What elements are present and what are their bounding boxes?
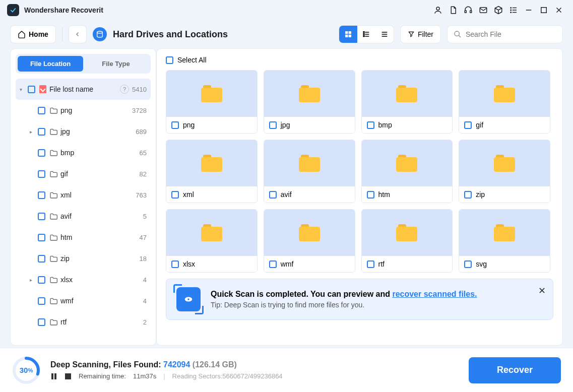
headset-icon[interactable] (461, 3, 475, 17)
folder-card-avif[interactable]: avif (264, 140, 355, 203)
folder-card-xml[interactable]: xml (166, 140, 258, 203)
svg-rect-15 (345, 31, 348, 34)
tab-file-location[interactable]: File Location (18, 56, 83, 72)
filter-button[interactable]: Filter (400, 25, 441, 43)
checkbox[interactable] (38, 170, 45, 178)
tree-item-avif[interactable]: avif5 (16, 206, 151, 227)
home-button[interactable]: Home (10, 25, 56, 43)
minimize-icon[interactable] (522, 3, 536, 17)
expand-icon[interactable]: ▸ (30, 277, 36, 283)
checkbox[interactable] (269, 121, 277, 129)
checkbox[interactable] (269, 260, 277, 268)
checkbox[interactable] (171, 260, 179, 268)
folder-card-jpg[interactable]: jpg (264, 70, 355, 134)
recover-files-link[interactable]: recover scanned files. (392, 290, 477, 298)
file-lost-icon (39, 85, 46, 93)
folder-icon (299, 85, 320, 102)
document-icon[interactable] (446, 3, 460, 17)
checkbox[interactable] (38, 213, 45, 220)
compact-view-button[interactable] (375, 26, 394, 43)
tree-item-jpg[interactable]: ▸jpg689 (16, 121, 151, 142)
folder-card-svg[interactable]: svg (459, 209, 550, 273)
checkbox[interactable] (464, 191, 472, 199)
select-all-row[interactable]: Select All (166, 56, 553, 64)
checkbox[interactable] (38, 297, 45, 305)
account-icon[interactable] (431, 3, 445, 17)
notification-title: Quick Scan is completed. You can preview… (211, 290, 477, 299)
checkbox[interactable] (166, 56, 173, 64)
home-label: Home (29, 30, 48, 38)
folder-icon (49, 276, 57, 283)
folder-icon (494, 85, 515, 102)
list-view-button[interactable] (357, 26, 375, 43)
folder-thumb (264, 210, 355, 256)
notification-tip: Tip: Deep Scan is trying to find more fi… (211, 301, 477, 309)
checkbox[interactable] (464, 260, 472, 268)
folder-card-gif[interactable]: gif (459, 70, 550, 134)
tree-item-xml[interactable]: xml763 (16, 184, 151, 206)
file-tree: ▾ File lost name ? 5410 png3728▸jpg689bm… (16, 79, 151, 340)
checkbox[interactable] (38, 276, 45, 284)
checkbox[interactable] (38, 191, 45, 199)
help-icon[interactable]: ? (120, 85, 129, 94)
expand-icon[interactable]: ▸ (30, 129, 36, 135)
mail-icon[interactable] (476, 3, 490, 17)
cube-icon[interactable] (491, 3, 505, 17)
folder-icon (49, 170, 57, 177)
tree-item-wmf[interactable]: wmf4 (16, 290, 151, 311)
folder-card-png[interactable]: png (166, 70, 258, 134)
checkbox[interactable] (38, 128, 45, 136)
checkbox[interactable] (367, 260, 374, 268)
checkbox[interactable] (38, 255, 45, 263)
tree-item-png[interactable]: png3728 (16, 100, 151, 121)
collapse-icon[interactable]: ▾ (20, 87, 26, 92)
tab-file-type[interactable]: File Type (83, 56, 149, 72)
tree-item-zip[interactable]: zip18 (16, 248, 151, 269)
checkbox[interactable] (28, 86, 35, 93)
search-box[interactable] (447, 25, 563, 43)
stop-button[interactable] (65, 373, 72, 380)
notification-close-icon[interactable]: ✕ (538, 285, 546, 296)
svg-rect-16 (349, 31, 351, 34)
checkbox[interactable] (367, 121, 374, 129)
maximize-icon[interactable] (537, 3, 551, 17)
checkbox[interactable] (367, 191, 374, 199)
close-icon[interactable] (552, 3, 566, 17)
tree-item-gif[interactable]: gif82 (16, 163, 151, 184)
tree-item-htm[interactable]: htm47 (16, 227, 151, 248)
tree-item-xlsx[interactable]: ▸xlsx4 (16, 269, 151, 290)
tree-item-label: htm (60, 233, 140, 241)
list-icon[interactable] (506, 3, 521, 17)
tree-item-rtf[interactable]: rtf2 (16, 311, 151, 333)
folder-icon (201, 85, 222, 102)
grid-view-button[interactable] (339, 26, 357, 43)
folder-card-label: xlsx (183, 260, 195, 268)
folder-card-htm[interactable]: htm (361, 140, 453, 203)
checkbox[interactable] (38, 234, 45, 241)
checkbox[interactable] (38, 149, 45, 157)
folder-card-rtf[interactable]: rtf (361, 209, 453, 273)
folder-card-label: rtf (378, 260, 385, 268)
svg-point-28 (455, 31, 459, 36)
tree-item-bmp[interactable]: bmp65 (16, 142, 151, 163)
checkbox[interactable] (171, 191, 179, 199)
folder-card-bmp[interactable]: bmp (361, 70, 453, 134)
search-input[interactable] (466, 30, 556, 38)
checkbox[interactable] (171, 121, 179, 129)
checkbox[interactable] (464, 121, 472, 129)
pause-button[interactable] (50, 373, 57, 380)
recover-button[interactable]: Recover (469, 357, 561, 383)
folder-card-xlsx[interactable]: xlsx (166, 209, 258, 273)
checkbox[interactable] (38, 318, 45, 326)
checkbox[interactable] (38, 107, 45, 114)
tree-root-count: 5410 (132, 86, 147, 93)
folder-card-wmf[interactable]: wmf (264, 209, 355, 273)
checkbox[interactable] (269, 191, 277, 199)
svg-line-29 (459, 35, 461, 37)
folder-card-label: svg (476, 260, 487, 268)
back-button[interactable] (69, 25, 87, 43)
folder-card-zip[interactable]: zip (459, 140, 550, 203)
tree-root[interactable]: ▾ File lost name ? 5410 (16, 79, 151, 100)
svg-point-0 (436, 7, 439, 10)
folder-card-label: jpg (281, 121, 290, 129)
